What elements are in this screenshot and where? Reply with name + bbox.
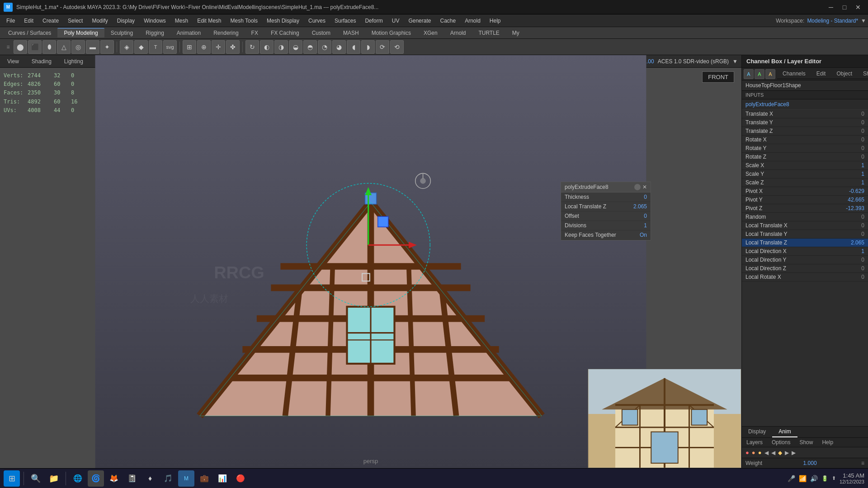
start-button[interactable]: ⊞ <box>4 470 20 487</box>
shelf-tab-arnold[interactable]: Arnold <box>444 28 472 38</box>
shelf-menu-icon[interactable]: ≡ <box>4 41 13 53</box>
menu-mesh-tools[interactable]: Mesh Tools <box>226 16 262 26</box>
weight-slider-icon[interactable]: ≡ <box>861 460 864 466</box>
menu-mesh[interactable]: Mesh <box>170 16 193 26</box>
da-tab-display[interactable]: Display <box>742 427 772 437</box>
layer-ctrl-next[interactable]: ▶ <box>785 450 789 456</box>
shelf-icon-snap2[interactable]: ✛ <box>212 40 225 54</box>
shelf-tab-xgen[interactable]: XGen <box>417 28 444 38</box>
taskbar-edge-icon[interactable]: 🌐 <box>70 470 86 487</box>
shelf-icon-special[interactable]: ✦ <box>100 40 114 54</box>
shelf-icon-torus[interactable]: ◎ <box>71 40 85 54</box>
menu-display[interactable]: Display <box>113 16 139 26</box>
menu-surfaces[interactable]: Surfaces <box>330 16 360 26</box>
workspace-dropdown-icon[interactable]: ▼ <box>861 18 866 24</box>
cb-icon-anim3[interactable]: A <box>765 69 775 79</box>
shelf-icon-rot9[interactable]: ◗ <box>361 40 375 54</box>
shelf-icon-sphere[interactable]: ⬤ <box>14 40 27 54</box>
cb-row-local-translate-y[interactable]: Local Translate Y 0 <box>742 230 868 239</box>
shelf-icon-rot7[interactable]: ◕ <box>332 40 346 54</box>
menu-cache[interactable]: Cache <box>435 16 460 26</box>
cb-row-local-direction-y[interactable]: Local Direction Y 0 <box>742 256 868 264</box>
shelf-icon-snap3[interactable]: ✤ <box>226 40 240 54</box>
menu-select[interactable]: Select <box>63 16 87 26</box>
menu-edit[interactable]: Edit <box>19 16 38 26</box>
cb-row-pivot-x[interactable]: Pivot X -0.629 <box>742 187 868 196</box>
shelf-icon-grid[interactable]: ⊞ <box>183 40 196 54</box>
lt-help[interactable]: Help <box>817 438 838 447</box>
extrude-dot-icon[interactable] <box>634 184 641 190</box>
tray-wifi-icon[interactable]: 📶 <box>799 475 807 482</box>
menu-help[interactable]: Help <box>485 16 505 26</box>
cb-tab-show[interactable]: Show <box>858 69 868 79</box>
shelf-icon-plane[interactable]: ▬ <box>86 40 99 54</box>
cb-row-scale-x[interactable]: Scale X 1 <box>742 161 868 170</box>
cb-row-translate-z[interactable]: Translate Z 0 <box>742 127 868 136</box>
cb-row-rotate-y[interactable]: Rotate Y 0 <box>742 144 868 153</box>
cb-row-local-translate-x[interactable]: Local Translate X 0 <box>742 221 868 230</box>
cb-row-local-rotate-x[interactable]: Local Rotate X 0 <box>742 273 868 282</box>
layer-ctrl-key[interactable]: ◆ <box>778 450 782 456</box>
shelf-icon-rot10[interactable]: ⟳ <box>376 40 389 54</box>
cb-tab-edit[interactable]: Edit <box>811 69 831 79</box>
shelf-tab-rendering[interactable]: Rendering <box>207 28 245 38</box>
shelf-tab-fxcaching[interactable]: FX Caching <box>264 28 306 38</box>
shelf-tab-custom[interactable]: Custom <box>306 28 337 38</box>
shelf-icon-rot6[interactable]: ◔ <box>318 40 331 54</box>
shelf-icon-rot2[interactable]: ◐ <box>260 40 274 54</box>
taskbar-music-icon[interactable]: 🎵 <box>160 470 176 487</box>
shelf-tab-animation[interactable]: Animation <box>170 28 207 38</box>
extrude-divisions-row[interactable]: Divisions 1 <box>561 221 651 230</box>
shelf-tab-curves[interactable]: Curves / Surfaces <box>2 28 57 38</box>
tray-vol-icon[interactable]: 🔊 <box>810 475 818 482</box>
taskbar-red-icon[interactable]: 🔴 <box>232 470 249 487</box>
tray-mic-icon[interactable]: 🎤 <box>788 475 795 482</box>
layer-ctrl-prev2[interactable]: ◀ <box>771 450 775 456</box>
cb-row-rotate-x[interactable]: Rotate X 0 <box>742 136 868 144</box>
lt-layers[interactable]: Layers <box>742 438 767 447</box>
cb-row-translate-x[interactable]: Translate X 0 <box>742 110 868 118</box>
shelf-icon-poly3[interactable]: T <box>149 40 162 54</box>
cb-inputs-node[interactable]: polyExtrudeFace8 <box>742 99 868 110</box>
cb-row-local-direction-x[interactable]: Local Direction X 1 <box>742 247 868 256</box>
shelf-icon-poly2[interactable]: ◆ <box>134 40 148 54</box>
menu-uv[interactable]: UV <box>387 16 404 26</box>
cb-row-rotate-z[interactable]: Rotate Z 0 <box>742 153 868 161</box>
menu-modify[interactable]: Modify <box>87 16 112 26</box>
da-tab-anim[interactable]: Anim <box>772 427 797 437</box>
lt-show[interactable]: Show <box>795 438 817 447</box>
minimize-button[interactable]: ─ <box>825 2 837 12</box>
shelf-icon-rot1[interactable]: ↻ <box>245 40 259 54</box>
viewport[interactable]: View Shading Lighting Show Renderer Pane… <box>0 55 741 468</box>
taskbar-firefox-icon[interactable]: 🦊 <box>106 470 122 487</box>
shelf-icon-poly1[interactable]: ◈ <box>120 40 133 54</box>
extrude-keepfaces-row[interactable]: Keep Faces Together On <box>561 230 651 240</box>
shelf-tab-poly[interactable]: Poly Modeling <box>57 28 104 38</box>
cb-row-pivot-y[interactable]: Pivot Y 42.665 <box>742 196 868 204</box>
maximize-button[interactable]: □ <box>838 2 851 12</box>
layer-ctrl-prev[interactable]: ◀ <box>764 450 769 456</box>
menu-create[interactable]: Create <box>38 16 63 26</box>
menu-curves[interactable]: Curves <box>304 16 330 26</box>
menu-arnold[interactable]: Arnold <box>460 16 485 26</box>
extrude-thickness-row[interactable]: Thickness 0 <box>561 192 651 202</box>
cb-row-scale-y[interactable]: Scale Y 1 <box>742 170 868 178</box>
shelf-icon-rot8[interactable]: ◖ <box>347 40 360 54</box>
taskbar-onenote-icon[interactable]: 📓 <box>124 470 140 487</box>
shelf-tab-turtle[interactable]: TURTLE <box>472 28 505 38</box>
shelf-icon-rot3[interactable]: ◑ <box>274 40 288 54</box>
shelf-icon-rot4[interactable]: ◒ <box>289 40 302 54</box>
menu-edit-mesh[interactable]: Edit Mesh <box>193 16 226 26</box>
menu-deform[interactable]: Deform <box>360 16 387 26</box>
taskbar-files-icon[interactable]: 📁 <box>46 470 62 487</box>
cb-row-translate-y[interactable]: Translate Y 0 <box>742 118 868 127</box>
close-button[interactable]: ✕ <box>852 2 864 12</box>
shelf-icon-rot5[interactable]: ◓ <box>303 40 317 54</box>
taskbar-maya2-icon[interactable]: 💼 <box>196 470 212 487</box>
menu-mesh-display[interactable]: Mesh Display <box>262 16 304 26</box>
shelf-icon-cylinder[interactable]: ⬮ <box>42 40 56 54</box>
extrude-ltranslatez-row[interactable]: Local Translate Z 2.065 <box>561 202 651 211</box>
cb-row-random[interactable]: Random 0 <box>742 213 868 221</box>
shelf-tab-my[interactable]: My <box>506 28 526 38</box>
cb-tab-object[interactable]: Object <box>831 69 858 79</box>
